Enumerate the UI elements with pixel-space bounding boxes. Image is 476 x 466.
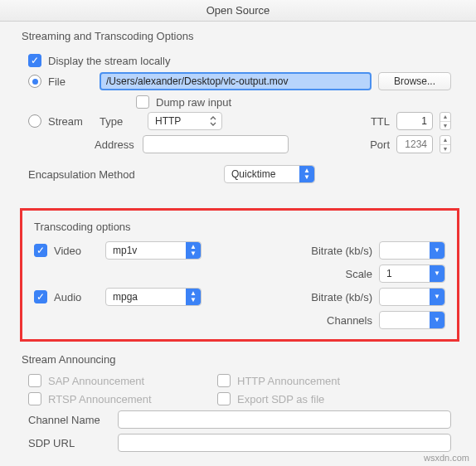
export-sdp-checkbox[interactable] [217, 392, 231, 405]
channels-label: Channels [327, 314, 372, 327]
main-panel: Streaming and Transcoding Options Displa… [0, 22, 476, 466]
transcoding-section-title: Transcoding options [34, 221, 445, 233]
scale-select[interactable]: 1 ▼ [379, 265, 445, 283]
video-checkbox[interactable] [34, 244, 47, 257]
announcing-section: Stream Announcing SAP Announcement HTTP … [18, 353, 461, 462]
sdp-url-label: SDP URL [28, 437, 111, 449]
down-icon: ▼ [430, 265, 444, 282]
file-path-input[interactable] [100, 72, 372, 90]
dump-raw-label: Dump raw input [156, 96, 231, 109]
updown-icon: ▲▼ [186, 242, 201, 259]
audio-label: Audio [54, 291, 99, 303]
down-icon: ▼ [430, 312, 444, 328]
window-title: Open Source [206, 4, 270, 17]
sap-label: SAP Announcement [48, 375, 144, 387]
scale-label: Scale [345, 268, 372, 280]
stepper-down-icon: ▼ [440, 145, 450, 153]
channel-name-label: Channel Name [28, 414, 111, 426]
audio-bitrate-select[interactable]: ▼ [379, 288, 445, 306]
audio-codec-select[interactable]: mpga ▲▼ [105, 288, 202, 306]
port-input[interactable] [396, 135, 433, 153]
http-ann-checkbox[interactable] [217, 374, 231, 387]
ttl-label: TTL [371, 115, 390, 128]
video-label: Video [54, 245, 99, 257]
stream-radio[interactable] [28, 114, 41, 128]
http-ann-label: HTTP Announcement [237, 375, 340, 387]
titlebar: Open Source [0, 0, 476, 22]
encap-label: Encapsulation Method [28, 168, 153, 181]
audio-checkbox[interactable] [34, 290, 47, 303]
address-label: Address [95, 138, 136, 151]
down-icon: ▼ [430, 242, 444, 259]
updown-icon: ▲▼ [186, 289, 201, 305]
file-radio[interactable] [28, 75, 41, 88]
ttl-stepper[interactable]: ▲ ▼ [440, 112, 451, 130]
video-codec-value: mp1v [113, 245, 137, 256]
video-codec-select[interactable]: mp1v ▲▼ [105, 241, 202, 260]
encap-value: Quicktime [231, 168, 275, 180]
dump-raw-checkbox[interactable] [136, 95, 149, 109]
rtsp-label: RTSP Announcement [48, 393, 152, 405]
file-label: File [48, 75, 93, 88]
streaming-section: Streaming and Transcoding Options Displa… [18, 30, 461, 198]
audio-codec-value: mpga [113, 291, 138, 303]
channel-name-input[interactable] [118, 410, 451, 429]
stepper-down-icon: ▼ [440, 122, 450, 130]
encap-select[interactable]: Quicktime ▲▼ [224, 165, 315, 183]
video-bitrate-label: Bitrate (kb/s) [311, 245, 372, 257]
stepper-up-icon: ▲ [440, 136, 450, 145]
announcing-section-title: Stream Announcing [18, 353, 461, 366]
port-stepper[interactable]: ▲ ▼ [440, 135, 451, 153]
type-select[interactable]: HTTP [148, 112, 222, 130]
streaming-group: Display the stream locally File Browse..… [18, 47, 461, 198]
announcing-group: SAP Announcement HTTP Announcement RTSP … [18, 371, 461, 462]
updown-icon [205, 113, 221, 129]
channels-select[interactable]: ▼ [379, 311, 445, 329]
sap-checkbox[interactable] [28, 374, 41, 387]
type-value: HTTP [155, 115, 181, 127]
display-locally-checkbox[interactable] [28, 54, 41, 67]
updown-icon: ▲▼ [299, 166, 314, 182]
scale-value: 1 [386, 268, 392, 279]
audio-bitrate-label: Bitrate (kb/s) [311, 291, 372, 303]
video-bitrate-select[interactable]: ▼ [379, 241, 445, 260]
stepper-up-icon: ▲ [440, 113, 450, 122]
down-icon: ▼ [430, 289, 444, 305]
browse-button[interactable]: Browse... [378, 72, 451, 90]
rtsp-checkbox[interactable] [28, 392, 41, 405]
port-label: Port [370, 138, 390, 151]
display-locally-label: Display the stream locally [48, 55, 170, 67]
transcoding-section: Transcoding options Video mp1v ▲▼ Bitrat… [20, 208, 459, 342]
streaming-section-title: Streaming and Transcoding Options [18, 30, 461, 42]
export-sdp-label: Export SDP as file [237, 393, 324, 405]
address-input[interactable] [143, 135, 289, 153]
ttl-input[interactable] [396, 112, 433, 130]
watermark: wsxdn.com [424, 453, 469, 463]
type-label: Type [100, 115, 141, 128]
stream-label: Stream [48, 115, 93, 128]
sdp-url-input[interactable] [118, 434, 451, 452]
